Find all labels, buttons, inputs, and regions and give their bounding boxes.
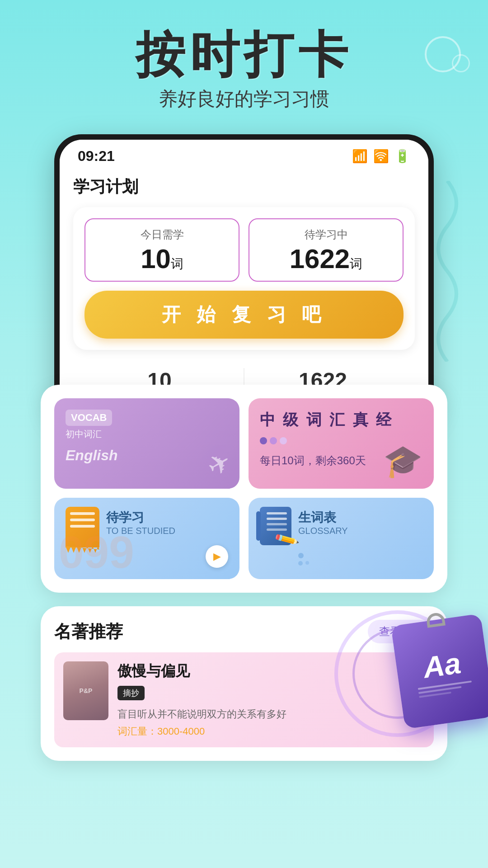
bottom-cards: 待学习 TO BE STUDIED 099 ▶: [54, 498, 434, 579]
signal-icon: 📶: [352, 149, 368, 164]
phone-screen: 09:21 📶 🛜 🔋 学习计划 今日需学 10词: [60, 140, 428, 415]
header-section: 按时打卡 养好良好的学习习惯: [0, 0, 488, 125]
today-stat-box: 今日需学 10词: [84, 218, 239, 282]
play-button[interactable]: ▶: [206, 545, 228, 568]
stats-row: 今日需学 10词 待学习中 1622词: [84, 218, 404, 282]
wifi-icon: 🛜: [373, 149, 389, 164]
phone-mockup: 09:21 📶 🛜 🔋 学习计划 今日需学 10词: [54, 134, 434, 421]
status-time: 09:21: [78, 148, 115, 165]
today-stat-value: 10词: [94, 245, 230, 273]
level-title: 中 级 词 汇 真 经: [260, 410, 422, 430]
today-stat-label: 今日需学: [94, 227, 230, 242]
study-label: 待学习: [106, 509, 144, 526]
to-be-studied-card[interactable]: 待学习 TO BE STUDIED 099 ▶: [54, 498, 239, 579]
stats-card: 今日需学 10词 待学习中 1622词 开 始 复 习 吧: [73, 207, 415, 350]
dict-decoration-container: Aa: [398, 619, 488, 723]
battery-icon: 🔋: [394, 149, 410, 164]
status-icons: 📶 🛜 🔋: [352, 149, 410, 164]
vocab-subtitle: 初中词汇: [66, 428, 228, 440]
middle-level-card[interactable]: 中 级 词 汇 真 经 每日10词，剩余360天 🎓: [249, 398, 434, 489]
status-bar: 09:21 📶 🛜 🔋: [60, 140, 428, 169]
book-badge: 摘抄: [117, 686, 145, 700]
graduation-cap-icon: 🎓: [383, 443, 422, 480]
book-cover: P&P: [63, 661, 108, 720]
glossary-card[interactable]: ✏️ 生词表 GLOSSARY: [249, 498, 434, 579]
dictionary-icon: Aa: [391, 613, 488, 729]
books-title: 名著推荐: [54, 620, 123, 643]
pending-stat-label: 待学习中: [258, 227, 394, 242]
vocab-book-card[interactable]: VOCAB 初中词汇 English ✈: [54, 398, 239, 489]
learning-plan-title: 学习计划: [73, 169, 415, 207]
glossary-label: 生词表: [298, 509, 336, 526]
vocab-tag: VOCAB: [66, 410, 112, 426]
start-review-button[interactable]: 开 始 复 习 吧: [84, 291, 404, 339]
course-section: VOCAB 初中词汇 English ✈ 中 级 词 汇 真 经 每日10词，剩…: [41, 385, 447, 593]
course-grid: VOCAB 初中词汇 English ✈ 中 级 词 汇 真 经 每日10词，剩…: [54, 398, 434, 489]
page-title: 按时打卡: [18, 27, 470, 82]
screen-content: 学习计划 今日需学 10词 待学习中 1622词: [60, 169, 428, 415]
pending-stat-value: 1622词: [258, 245, 394, 273]
dict-text: Aa: [421, 646, 463, 685]
glossary-sublabel: GLOSSARY: [298, 526, 348, 536]
pending-stat-box: 待学习中 1622词: [249, 218, 404, 282]
page-subtitle: 养好良好的学习习惯: [18, 86, 470, 112]
